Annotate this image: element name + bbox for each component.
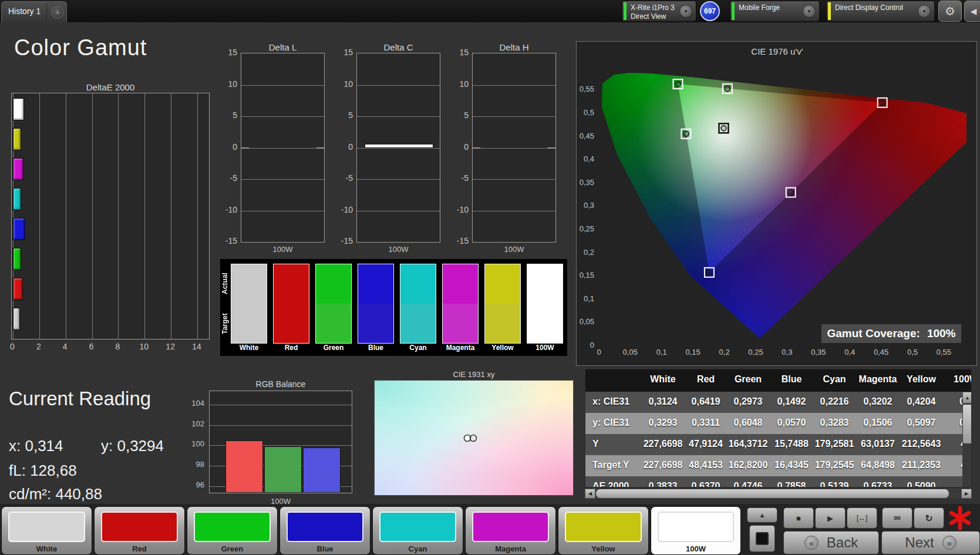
swatch-actual xyxy=(527,264,563,304)
swatch-blue xyxy=(358,264,394,344)
reading-cd: cd/m²: 440,88 xyxy=(9,485,102,503)
swatch-actual xyxy=(400,264,436,304)
deltae-bar-green xyxy=(13,248,21,270)
swatch-target xyxy=(358,304,393,343)
row-label: y: CIE31 xyxy=(592,418,629,428)
table-row: ΔE 20000,38330,63700,47460,78580,51390,6… xyxy=(585,476,972,487)
scroll-left-icon[interactable]: ◀ xyxy=(585,489,595,499)
delta_h-chart xyxy=(472,53,556,243)
swatch-actual xyxy=(443,264,478,304)
swatch-label: Magenta xyxy=(439,344,481,352)
pattern-color-patch xyxy=(658,512,734,542)
next-button-label: Next xyxy=(905,534,934,551)
scroll-right-icon[interactable]: ▶ xyxy=(961,489,972,499)
pattern-button-100w[interactable]: 100W xyxy=(651,506,741,555)
chevron-down-icon[interactable]: ▼ xyxy=(918,5,931,18)
pattern-button-magenta[interactable]: Magenta xyxy=(465,506,556,555)
chevron-left-icon: « xyxy=(804,536,819,550)
measure-range-button[interactable]: [↔] xyxy=(847,507,877,529)
delta_l-title: Delta L xyxy=(241,42,325,52)
table-hscrollbar[interactable]: ◀▶ xyxy=(585,489,972,499)
pattern-button-red[interactable]: Red xyxy=(94,506,185,555)
column-header-cyan: Cyan xyxy=(810,374,859,385)
back-button[interactable]: « Back xyxy=(783,531,879,554)
rgb-balance-title: RGB Balance xyxy=(209,379,352,389)
pattern-button-green[interactable]: Green xyxy=(187,506,278,555)
add-tab-button[interactable]: + xyxy=(51,6,64,19)
table-cell: 0,2973 xyxy=(723,396,773,407)
rgb-bar-blue xyxy=(303,448,341,493)
continuous-measure-button[interactable]: ∞ xyxy=(882,507,912,529)
hscroll-thumb[interactable] xyxy=(596,489,949,498)
panel-up-button[interactable]: ▲ xyxy=(747,507,777,523)
table-vscrollbar[interactable]: ▲ xyxy=(962,392,972,487)
table-cell: 164,3712 xyxy=(723,439,773,449)
column-header-magenta: Magenta xyxy=(853,374,902,385)
table-cell: 0,3124 xyxy=(638,396,688,407)
swatch-white xyxy=(231,264,267,344)
gamut-coverage-label: Gamut Coverage: xyxy=(827,327,920,340)
gear-icon[interactable]: ⚙ xyxy=(938,1,962,22)
chevron-down-icon[interactable]: ▼ xyxy=(679,5,692,18)
pattern-button-white[interactable]: White xyxy=(1,506,92,555)
deltae-bar-yellow xyxy=(13,128,21,150)
pattern-source-dropdown[interactable]: Mobile Forge ▼ xyxy=(730,1,820,22)
swatch-label: Cyan xyxy=(397,344,439,352)
meter-dropdown[interactable]: X-Rite i1Pro 3 Direct View ▼ xyxy=(622,1,696,22)
display-status-stripe xyxy=(828,2,831,20)
delta_l-chart xyxy=(241,53,325,243)
meter-mode: Direct View xyxy=(631,12,666,21)
swatch-magenta xyxy=(442,264,479,344)
refresh-button[interactable]: ↻ xyxy=(914,507,944,529)
table-cell: 0,3833 xyxy=(638,481,688,487)
swatch-target xyxy=(231,304,267,343)
pattern-button-blue[interactable]: Blue xyxy=(279,506,371,555)
column-header-yellow: Yellow xyxy=(897,374,946,385)
collapse-panel-icon[interactable]: ◀ xyxy=(964,1,980,22)
chevron-down-icon[interactable]: ▼ xyxy=(803,5,816,18)
swatch-label: Green xyxy=(312,344,355,352)
rgb-bar-green xyxy=(264,446,302,493)
meter-status-stripe xyxy=(624,2,627,20)
table-cell: 16,4345 xyxy=(767,460,816,470)
pattern-color-patch xyxy=(194,512,271,542)
cie-1931-reading-marker xyxy=(462,433,481,443)
deltae-bar-white xyxy=(13,308,20,330)
table-cell: 212,5643 xyxy=(897,439,946,449)
pattern-window-button[interactable] xyxy=(749,525,775,552)
pattern-button-label: Green xyxy=(187,544,277,553)
table-row: x: CIE310,31240,64190,29730,14920,22160,… xyxy=(585,392,972,413)
gamut-coverage-value: 100% xyxy=(927,327,956,340)
swatch-target xyxy=(485,304,520,343)
table-cell: 0,3293 xyxy=(638,418,688,428)
table-row: y: CIE310,32930,33110,60480,05700,32830,… xyxy=(585,413,972,434)
scroll-up-icon[interactable]: ▲ xyxy=(962,392,972,403)
table-cell: 0,5097 xyxy=(897,418,946,428)
actual-row-label: Actual xyxy=(221,264,229,304)
cie-1931-diagram xyxy=(374,380,574,496)
deltae-bar-cyan xyxy=(13,188,21,210)
row-label: Target Y xyxy=(592,460,629,470)
pattern-color-patch xyxy=(472,512,549,542)
history-tab-group: History 1 + xyxy=(1,1,67,22)
next-button[interactable]: Next » xyxy=(881,531,980,554)
table-cell: 0,1506 xyxy=(853,418,902,428)
table-cell: 179,2545 xyxy=(810,460,859,470)
play-button[interactable]: ▶ xyxy=(815,507,846,529)
pattern-button-label: Magenta xyxy=(466,544,555,553)
alert-asterisk-icon[interactable] xyxy=(947,505,974,531)
source-status-stripe xyxy=(732,2,735,20)
display-control-dropdown[interactable]: Direct Display Control ▼ xyxy=(826,1,935,22)
display-control-name: Direct Display Control xyxy=(835,4,903,12)
pattern-button-yellow[interactable]: Yellow xyxy=(558,506,649,555)
row-label: Y xyxy=(592,439,599,449)
pattern-button-cyan[interactable]: Cyan xyxy=(372,506,463,555)
table-cell: 227,6698 xyxy=(638,439,688,449)
deltae-bar-red xyxy=(13,278,23,300)
vscroll-thumb[interactable] xyxy=(963,405,972,443)
column-header-green: Green xyxy=(723,374,773,385)
tab-history-1[interactable]: History 1 xyxy=(8,6,41,16)
current-reading-title: Current Reading xyxy=(9,388,151,410)
stop-button[interactable]: ■ xyxy=(783,507,814,529)
column-header-blue: Blue xyxy=(767,374,816,385)
